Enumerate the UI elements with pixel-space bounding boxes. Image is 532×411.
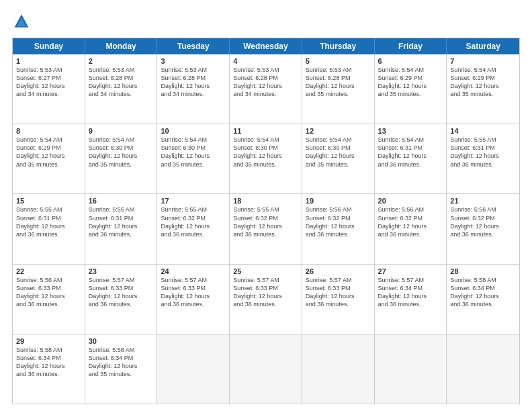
- cell-info: Sunrise: 5:56 AM Sunset: 6:32 PM Dayligh…: [306, 205, 371, 238]
- calendar-cell: 6Sunrise: 5:54 AM Sunset: 6:29 PM Daylig…: [375, 54, 447, 124]
- day-number: 9: [89, 127, 154, 135]
- calendar-cell: 20Sunrise: 5:56 AM Sunset: 6:32 PM Dayli…: [375, 194, 447, 263]
- day-number: 20: [378, 197, 443, 205]
- day-number: 1: [16, 57, 81, 65]
- cell-info: Sunrise: 5:57 AM Sunset: 6:33 PM Dayligh…: [161, 276, 226, 309]
- calendar-cell: 7Sunrise: 5:54 AM Sunset: 6:29 PM Daylig…: [447, 54, 519, 124]
- calendar-cell: 21Sunrise: 5:56 AM Sunset: 6:32 PM Dayli…: [447, 194, 519, 263]
- header-day: Monday: [85, 38, 158, 54]
- cell-info: Sunrise: 5:55 AM Sunset: 6:31 PM Dayligh…: [89, 205, 154, 238]
- calendar-cell: 18Sunrise: 5:55 AM Sunset: 6:32 PM Dayli…: [230, 194, 302, 263]
- header-day: Tuesday: [157, 38, 230, 54]
- calendar-row: 29Sunrise: 5:58 AM Sunset: 6:34 PM Dayli…: [13, 334, 519, 404]
- day-number: 8: [16, 127, 81, 135]
- calendar-cell: 27Sunrise: 5:57 AM Sunset: 6:34 PM Dayli…: [375, 265, 447, 334]
- calendar-cell: 29Sunrise: 5:58 AM Sunset: 6:34 PM Dayli…: [13, 334, 85, 404]
- cell-info: Sunrise: 5:58 AM Sunset: 6:34 PM Dayligh…: [16, 346, 81, 379]
- cell-info: Sunrise: 5:56 AM Sunset: 6:32 PM Dayligh…: [450, 205, 516, 238]
- day-number: 3: [161, 57, 226, 65]
- day-number: 5: [306, 57, 371, 65]
- day-number: 7: [450, 57, 516, 65]
- day-number: 14: [450, 127, 516, 135]
- calendar-header: SundayMondayTuesdayWednesdayThursdayFrid…: [13, 38, 519, 54]
- cell-info: Sunrise: 5:57 AM Sunset: 6:33 PM Dayligh…: [233, 276, 298, 309]
- header-day: Thursday: [302, 38, 375, 54]
- calendar-cell: 8Sunrise: 5:54 AM Sunset: 6:29 PM Daylig…: [13, 124, 85, 193]
- cell-info: Sunrise: 5:54 AM Sunset: 6:30 PM Dayligh…: [306, 136, 371, 169]
- calendar-cell: 10Sunrise: 5:54 AM Sunset: 6:30 PM Dayli…: [157, 124, 230, 193]
- calendar-cell: [157, 334, 230, 404]
- calendar-cell: 16Sunrise: 5:55 AM Sunset: 6:31 PM Dayli…: [85, 194, 158, 263]
- day-number: 15: [16, 197, 81, 205]
- cell-info: Sunrise: 5:56 AM Sunset: 6:32 PM Dayligh…: [378, 205, 443, 238]
- day-number: 13: [378, 127, 443, 135]
- day-number: 12: [306, 127, 371, 135]
- day-number: 28: [450, 267, 516, 275]
- day-number: 16: [89, 197, 154, 205]
- cell-info: Sunrise: 5:53 AM Sunset: 6:28 PM Dayligh…: [161, 66, 226, 99]
- day-number: 25: [233, 267, 298, 275]
- calendar: SundayMondayTuesdayWednesdayThursdayFrid…: [12, 38, 520, 404]
- cell-info: Sunrise: 5:54 AM Sunset: 6:31 PM Dayligh…: [378, 136, 443, 169]
- calendar-row: 8Sunrise: 5:54 AM Sunset: 6:29 PM Daylig…: [13, 124, 519, 193]
- calendar-cell: 24Sunrise: 5:57 AM Sunset: 6:33 PM Dayli…: [157, 265, 230, 334]
- cell-info: Sunrise: 5:57 AM Sunset: 6:33 PM Dayligh…: [306, 276, 371, 309]
- calendar-row: 15Sunrise: 5:55 AM Sunset: 6:31 PM Dayli…: [13, 193, 519, 263]
- cell-info: Sunrise: 5:55 AM Sunset: 6:31 PM Dayligh…: [450, 136, 516, 169]
- calendar-cell: [230, 334, 302, 404]
- day-number: 18: [233, 197, 298, 205]
- cell-info: Sunrise: 5:53 AM Sunset: 6:27 PM Dayligh…: [16, 66, 81, 99]
- day-number: 21: [450, 197, 516, 205]
- day-number: 24: [161, 267, 226, 275]
- calendar-cell: 13Sunrise: 5:54 AM Sunset: 6:31 PM Dayli…: [375, 124, 447, 193]
- calendar-cell: 12Sunrise: 5:54 AM Sunset: 6:30 PM Dayli…: [302, 124, 375, 193]
- calendar-cell: 22Sunrise: 5:56 AM Sunset: 6:33 PM Dayli…: [13, 265, 85, 334]
- header-day: Wednesday: [230, 38, 302, 54]
- day-number: 11: [233, 127, 298, 135]
- calendar-cell: 19Sunrise: 5:56 AM Sunset: 6:32 PM Dayli…: [302, 194, 375, 263]
- day-number: 19: [306, 197, 371, 205]
- cell-info: Sunrise: 5:57 AM Sunset: 6:33 PM Dayligh…: [89, 276, 154, 309]
- cell-info: Sunrise: 5:58 AM Sunset: 6:34 PM Dayligh…: [89, 346, 154, 379]
- calendar-cell: 11Sunrise: 5:54 AM Sunset: 6:30 PM Dayli…: [230, 124, 302, 193]
- calendar-cell: 3Sunrise: 5:53 AM Sunset: 6:28 PM Daylig…: [157, 54, 230, 124]
- day-number: 6: [378, 57, 443, 65]
- calendar-cell: 4Sunrise: 5:53 AM Sunset: 6:28 PM Daylig…: [230, 54, 302, 124]
- cell-info: Sunrise: 5:56 AM Sunset: 6:33 PM Dayligh…: [16, 276, 81, 309]
- header-day: Saturday: [447, 38, 519, 54]
- day-number: 4: [233, 57, 298, 65]
- calendar-cell: 30Sunrise: 5:58 AM Sunset: 6:34 PM Dayli…: [85, 334, 158, 404]
- cell-info: Sunrise: 5:57 AM Sunset: 6:34 PM Dayligh…: [378, 276, 443, 309]
- cell-info: Sunrise: 5:53 AM Sunset: 6:28 PM Dayligh…: [306, 66, 371, 99]
- cell-info: Sunrise: 5:55 AM Sunset: 6:32 PM Dayligh…: [161, 205, 226, 238]
- day-number: 23: [89, 267, 154, 275]
- day-number: 26: [306, 267, 371, 275]
- calendar-cell: 14Sunrise: 5:55 AM Sunset: 6:31 PM Dayli…: [447, 124, 519, 193]
- day-number: 10: [161, 127, 226, 135]
- cell-info: Sunrise: 5:53 AM Sunset: 6:28 PM Dayligh…: [233, 66, 298, 99]
- calendar-cell: [447, 334, 519, 404]
- day-number: 27: [378, 267, 443, 275]
- calendar-cell: 9Sunrise: 5:54 AM Sunset: 6:30 PM Daylig…: [85, 124, 158, 193]
- day-number: 2: [89, 57, 154, 65]
- day-number: 30: [89, 337, 154, 345]
- cell-info: Sunrise: 5:54 AM Sunset: 6:30 PM Dayligh…: [89, 136, 154, 169]
- logo: [12, 12, 34, 31]
- cell-info: Sunrise: 5:58 AM Sunset: 6:34 PM Dayligh…: [450, 276, 516, 309]
- cell-info: Sunrise: 5:53 AM Sunset: 6:28 PM Dayligh…: [89, 66, 154, 99]
- cell-info: Sunrise: 5:54 AM Sunset: 6:29 PM Dayligh…: [450, 66, 516, 99]
- calendar-cell: [375, 334, 447, 404]
- calendar-cell: [302, 334, 375, 404]
- day-number: 22: [16, 267, 81, 275]
- logo-icon: [12, 12, 31, 31]
- calendar-cell: 1Sunrise: 5:53 AM Sunset: 6:27 PM Daylig…: [13, 54, 85, 124]
- header-day: Friday: [375, 38, 447, 54]
- calendar-cell: 5Sunrise: 5:53 AM Sunset: 6:28 PM Daylig…: [302, 54, 375, 124]
- calendar-row: 1Sunrise: 5:53 AM Sunset: 6:27 PM Daylig…: [13, 54, 519, 124]
- calendar-cell: 2Sunrise: 5:53 AM Sunset: 6:28 PM Daylig…: [85, 54, 158, 124]
- calendar-cell: 17Sunrise: 5:55 AM Sunset: 6:32 PM Dayli…: [157, 194, 230, 263]
- cell-info: Sunrise: 5:55 AM Sunset: 6:32 PM Dayligh…: [233, 205, 298, 238]
- calendar-cell: 25Sunrise: 5:57 AM Sunset: 6:33 PM Dayli…: [230, 265, 302, 334]
- calendar-cell: 15Sunrise: 5:55 AM Sunset: 6:31 PM Dayli…: [13, 194, 85, 263]
- calendar-cell: 28Sunrise: 5:58 AM Sunset: 6:34 PM Dayli…: [447, 265, 519, 334]
